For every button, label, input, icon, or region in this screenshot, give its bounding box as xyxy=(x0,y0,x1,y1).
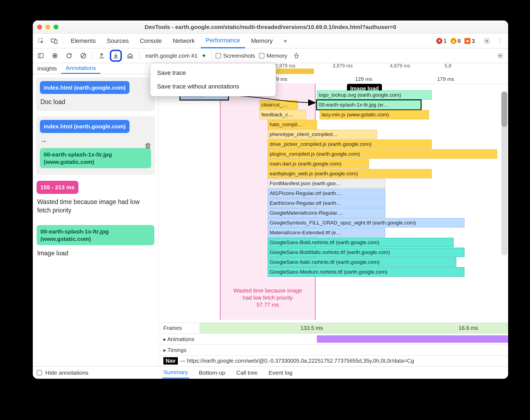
window-title: DevTools - earth.google.com/static/multi… xyxy=(33,24,508,30)
tab-summary[interactable]: Summary xyxy=(162,367,189,378)
hide-annotations-checkbox[interactable] xyxy=(37,370,42,375)
flame-bar[interactable]: All1PIcons-Regular.otf (earth.… xyxy=(268,189,385,198)
tab-eventlog[interactable]: Event log xyxy=(267,367,294,378)
tab-more[interactable]: » xyxy=(279,34,292,48)
frames-track[interactable]: Frames 133.5 ms 16.6 ms xyxy=(158,323,508,333)
perf-toolbar: earth.google.com #1 ▾ Screenshots Memory xyxy=(33,48,508,63)
error-icon[interactable]: ✕ xyxy=(436,38,442,44)
annotation-pill: index.html (earth.google.com) xyxy=(40,120,129,133)
warning-icon[interactable]: ▲ xyxy=(450,38,457,44)
details-tabs: Summary Bottom-up Call tree Event log xyxy=(158,366,508,379)
annotation-pill: 155 - 213 ms xyxy=(37,181,78,194)
ruler-tick: 129 ms xyxy=(355,76,372,82)
overview-tick: 4,879 ms xyxy=(390,63,410,69)
overview-tick: 5,8 xyxy=(444,63,451,69)
delete-icon[interactable]: 🗑 xyxy=(145,141,152,150)
wasted-time-label: Wasted time because imagehad low fetch p… xyxy=(213,287,322,308)
annotation-text: Wasted time because image had low fetch … xyxy=(37,197,154,216)
annotations-sidebar: index.html (earth.google.com) Doc load i… xyxy=(33,74,158,366)
flame-bar[interactable]: feedback_c… xyxy=(260,110,306,119)
flame-bar[interactable]: phenotype_client_compiled… xyxy=(268,130,377,139)
memory-checkbox[interactable]: Memory xyxy=(259,52,287,59)
warning-count: 8 xyxy=(458,38,461,44)
flame-bar[interactable]: GoogleSymbols_FILL_GRAD_opsz_wght.ttf (e… xyxy=(268,218,464,227)
tab-elements[interactable]: Elements xyxy=(66,34,101,48)
dock-icon[interactable] xyxy=(36,51,46,61)
devtools-window: DevTools - earth.google.com/static/multi… xyxy=(33,20,508,379)
overview-tick: 3,879 ms xyxy=(332,63,353,69)
svg-rect-2 xyxy=(55,40,57,43)
frame-duration: 16.6 ms xyxy=(459,325,478,331)
screenshots-checkbox[interactable]: Screenshots xyxy=(216,52,255,59)
hide-annotations-row: Hide annotations xyxy=(33,366,158,379)
nav-track[interactable]: Nav — https://earth.google.com/web/@0,-0… xyxy=(158,355,508,366)
svg-point-10 xyxy=(499,55,501,57)
flame-bar[interactable]: GoogleSans-Medium.nohints.ttf (earth.goo… xyxy=(268,267,464,277)
flame-bar[interactable]: GoogleSans-Italic.nohints.ttf (earth.goo… xyxy=(268,258,456,267)
kebab-icon[interactable]: ⋮ xyxy=(494,35,506,47)
svg-point-3 xyxy=(486,40,488,42)
flame-bar[interactable]: earthplugin_web.js (earth.google.com) xyxy=(268,169,432,178)
flame-bar[interactable]: plugins_compiled.js (earth.google.com) xyxy=(268,149,497,159)
home-icon[interactable] xyxy=(125,51,135,61)
tab-annotations[interactable]: Annotations xyxy=(61,63,100,74)
issues-icon[interactable]: ■ xyxy=(464,38,470,44)
inspect-icon[interactable] xyxy=(35,35,47,47)
clear-icon[interactable] xyxy=(78,51,89,61)
issues-count: 3 xyxy=(472,38,475,44)
hide-annotations-label: Hide annotations xyxy=(45,369,89,376)
tab-memory[interactable]: Memory xyxy=(246,34,278,48)
save-trace-noann-item[interactable]: Save trace without annotations xyxy=(151,80,276,93)
annotation-card[interactable]: 00-earth-splash-1x-ltr.jpg (www.gstatic.… xyxy=(36,224,155,260)
gear-icon[interactable] xyxy=(481,35,493,47)
error-count: 1 xyxy=(443,38,447,44)
tab-console[interactable]: Console xyxy=(135,34,167,48)
flame-bar[interactable]: main.dart.js (earth.google.com) xyxy=(268,159,369,168)
reload-icon[interactable] xyxy=(64,51,74,61)
trash-icon[interactable] xyxy=(291,51,302,61)
annotation-card[interactable]: 155 - 213 ms Wasted time because image h… xyxy=(36,180,155,217)
flame-bar[interactable]: 00-earth-splash-1x-ltr.jpg (w… xyxy=(317,100,421,110)
flame-bar[interactable]: drive_picker_compiled.js (earth.google.c… xyxy=(268,140,432,149)
save-dropdown: Save trace Save trace without annotation… xyxy=(150,63,276,96)
annotation-text: Image load xyxy=(37,248,154,259)
animations-track[interactable]: ▸ Animations xyxy=(158,333,508,344)
record-icon[interactable] xyxy=(50,51,60,61)
scrollbar[interactable] xyxy=(501,91,507,255)
upload-icon[interactable] xyxy=(96,51,107,61)
main-tabs: Elements Sources Console Network Perform… xyxy=(33,34,508,48)
flame-bar[interactable]: FontManifest.json (earth.goo… xyxy=(268,179,385,188)
titlebar: DevTools - earth.google.com/static/multi… xyxy=(33,20,508,34)
device-icon[interactable] xyxy=(48,35,60,47)
download-icon[interactable] xyxy=(111,51,121,61)
tab-bottomup[interactable]: Bottom-up xyxy=(198,367,226,378)
arrow-icon: → xyxy=(40,137,151,145)
annotation-pill: 00-earth-splash-1x-ltr.jpg (www.gstatic.… xyxy=(40,148,151,168)
flame-bar[interactable]: GoogleSans-Bold.nohints.ttf (earth.googl… xyxy=(268,238,454,247)
flame-bar[interactable]: lazy.min.js (www.gstatic.com) xyxy=(320,110,429,119)
annotation-text: Doc load xyxy=(40,97,151,107)
tab-calltree[interactable]: Call tree xyxy=(235,367,259,378)
flame-bar[interactable]: EarthIcons-Regular.otf (earth… xyxy=(268,199,385,208)
tab-sources[interactable]: Sources xyxy=(102,34,134,48)
flame-chart-area[interactable]: 79 ms 129 ms 179 ms ▸ Network Doc load I… xyxy=(158,74,508,366)
main-area: index.html (earth.google.com) Doc load i… xyxy=(33,74,508,366)
tab-network[interactable]: Network xyxy=(168,34,200,48)
tab-performance[interactable]: Performance xyxy=(201,34,245,48)
flame-bar[interactable]: hats_compil… xyxy=(268,120,317,129)
flame-bar[interactable]: GoogleMaterialIcons-Regular.… xyxy=(268,208,385,218)
status-badges: ✕1 ▲8 ■3 xyxy=(436,38,475,44)
svg-rect-4 xyxy=(38,54,43,58)
ruler-tick: 179 ms xyxy=(437,76,454,82)
timings-track[interactable]: ▸ Timings xyxy=(158,344,508,355)
annotation-card[interactable]: index.html (earth.google.com) → 00-earth… xyxy=(36,116,155,175)
overview-tick: 2,879 ms xyxy=(275,63,295,69)
gear-icon[interactable] xyxy=(495,51,505,61)
save-trace-item[interactable]: Save trace xyxy=(151,66,276,80)
tab-insights[interactable]: Insights xyxy=(33,63,61,74)
profile-select[interactable]: earth.google.com #1 ▾ xyxy=(143,52,208,59)
flame-bar[interactable]: GoogleSans-BoldItalic.nohints.ttf (earth… xyxy=(268,248,464,257)
flame-bar[interactable]: MaterialIcons-Extended.ttf (e… xyxy=(268,228,385,237)
flame-bar[interactable]: logo_lockup.svg (earth.google.com) xyxy=(317,90,432,100)
annotation-card[interactable]: index.html (earth.google.com) Doc load xyxy=(36,77,155,111)
